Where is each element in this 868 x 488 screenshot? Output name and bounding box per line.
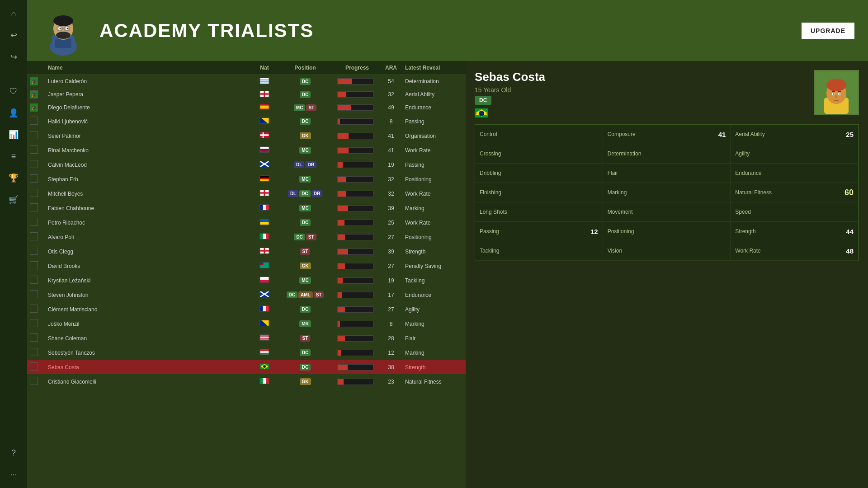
table-row[interactable]: 🎓Jasper PeperaDC32Aerial Ability	[27, 88, 466, 101]
table-row[interactable]: David BrooksGK27Penalty Saving	[27, 259, 466, 273]
svg-rect-43	[260, 234, 264, 239]
row-checkbox[interactable]	[30, 305, 38, 313]
row-checkbox[interactable]	[30, 203, 38, 211]
table-row[interactable]: 🎓Lutero CalderónDC54Determination	[27, 75, 466, 88]
sidebar-item-list[interactable]: ≡	[5, 147, 23, 165]
table-row[interactable]: Steven JohnstonDCAMLST17Endurance	[27, 288, 466, 302]
sidebar-item-home[interactable]: ⌂	[5, 5, 23, 23]
player-ara-cell: 17	[380, 288, 402, 302]
player-progress-cell	[335, 375, 380, 389]
row-checkbox[interactable]	[30, 160, 38, 168]
content-area: Name Nat Position Progress ARA Latest Re…	[27, 61, 868, 488]
player-ara-cell: 41	[380, 143, 402, 158]
row-checkbox[interactable]	[30, 276, 38, 284]
table-row[interactable]: Seier PakmorGK41Organisation	[27, 129, 466, 143]
row-checkbox[interactable]	[30, 377, 38, 385]
stat-label-work-rate: Work Rate	[735, 248, 760, 254]
player-position-cell: ST	[276, 244, 335, 259]
svg-rect-28	[260, 150, 269, 152]
sidebar-item-help[interactable]: ?	[5, 444, 23, 462]
sidebar-item-person[interactable]: 👤	[5, 104, 23, 122]
row-checkbox[interactable]: 🎓	[30, 77, 38, 85]
player-progress-cell	[335, 143, 380, 158]
player-position-cell: DLDR	[276, 158, 335, 172]
sidebar-item-cart[interactable]: 🛒	[5, 191, 23, 209]
table-row[interactable]: Rinal MarchenkoMC41Work Rate	[27, 143, 466, 158]
svg-rect-44	[263, 234, 266, 239]
table-row[interactable]: Fabien ChahbouneMC39Marking	[27, 201, 466, 216]
row-checkbox[interactable]	[30, 261, 38, 269]
table-row[interactable]: Calvin MacLeodDLDR19Passing	[27, 158, 466, 172]
sidebar-item-more[interactable]: ···	[5, 465, 23, 483]
table-row[interactable]: Petro RibachocDC25Work Rate	[27, 216, 466, 230]
stat-label-vision: Vision	[608, 248, 622, 254]
player-position-cell: MC	[276, 201, 335, 216]
table-row[interactable]: Stephan ErbMC32Positioning	[27, 172, 466, 187]
row-checkbox[interactable]	[30, 218, 38, 226]
stat-value-composure: 41	[718, 131, 726, 138]
table-row[interactable]: Mitchell BoyesDLDCDR32Work Rate	[27, 187, 466, 201]
stat-endurance: Endurance	[731, 164, 859, 183]
stat-label-aerial-ability: Aerial Ability	[735, 131, 764, 137]
sidebar-item-trophy[interactable]: 🏆	[5, 169, 23, 187]
player-position-cell: GK	[276, 259, 335, 273]
table-row[interactable]: Otis CleggST39Strength	[27, 244, 466, 259]
table-row[interactable]: Clément MatriscianoDC27Agility	[27, 302, 466, 317]
stat-label-long-shots: Long Shots	[480, 209, 507, 215]
table-row[interactable]: Sebestyén TanczosDC12Marking	[27, 346, 466, 360]
svg-rect-53	[260, 280, 269, 282]
player-ara-cell: 8	[380, 114, 402, 129]
table-row[interactable]: 🎓Diego DelafuenteMCST49Endurance	[27, 101, 466, 114]
row-checkbox[interactable]	[30, 174, 38, 183]
svg-point-5	[56, 32, 71, 39]
page-title-text: ACADEMY TRIALISTS	[99, 20, 314, 41]
player-reveal-cell: Endurance	[402, 288, 466, 302]
player-nat-cell	[253, 101, 276, 114]
svg-point-77	[479, 111, 484, 115]
stat-movement: Movement	[603, 202, 731, 222]
row-checkbox[interactable]	[30, 232, 38, 240]
svg-rect-73	[263, 378, 266, 384]
progress-bar	[337, 91, 373, 98]
row-checkbox[interactable]	[30, 333, 38, 342]
row-checkbox[interactable]	[30, 319, 38, 327]
sidebar-item-redo[interactable]: ↪	[5, 48, 23, 66]
sidebar-item-shield[interactable]: 🛡	[5, 82, 23, 100]
table-row[interactable]: Cristiano GiacomelliGK23Natural Fitness	[27, 375, 466, 389]
row-checkbox[interactable]	[30, 145, 38, 154]
player-nat-cell	[253, 375, 276, 389]
table-row[interactable]: Joško MenzilMR8Marking	[27, 317, 466, 331]
player-ara-cell: 23	[380, 375, 402, 389]
player-age: 15 Years Old	[475, 86, 545, 94]
stat-dribbling: Dribbling	[475, 164, 603, 183]
table-row[interactable]: Krystian LeżańskiMC19Tackling	[27, 273, 466, 288]
row-checkbox[interactable]	[30, 348, 38, 356]
row-checkbox[interactable]	[30, 117, 38, 125]
row-checkbox[interactable]	[30, 290, 38, 298]
row-checkbox[interactable]	[30, 362, 38, 371]
player-name-cell: Mitchell Boyes	[45, 187, 253, 201]
table-row[interactable]: Halid LjubenovićDC8Passing	[27, 114, 466, 129]
table-body: 🎓Lutero CalderónDC54Determination🎓Jasper…	[27, 75, 466, 389]
stat-label-flair: Flair	[608, 170, 618, 176]
svg-rect-74	[266, 378, 269, 384]
sidebar-item-undo[interactable]: ↩	[5, 26, 23, 44]
svg-rect-38	[260, 205, 264, 210]
svg-rect-65	[260, 339, 269, 340]
table-row[interactable]: Shane ColemanST28Flair	[27, 331, 466, 346]
row-checkbox[interactable]	[30, 247, 38, 255]
player-reveal-cell: Determination	[402, 75, 466, 88]
row-checkbox[interactable]	[30, 189, 38, 197]
upgrade-button[interactable]: UPGRADE	[802, 23, 854, 39]
player-progress-cell	[335, 259, 380, 273]
player-ara-cell: 39	[380, 244, 402, 259]
table-row[interactable]: Sebas CostaDC38Strength	[27, 360, 466, 375]
row-checkbox[interactable]	[30, 131, 38, 139]
player-nat-cell	[253, 143, 276, 158]
row-checkbox[interactable]: 🎓	[30, 90, 38, 99]
table-row[interactable]: Alvaro PoliDCST27Positioning	[27, 230, 466, 244]
sidebar-item-chart[interactable]: 📊	[5, 126, 23, 144]
page-header: ACADEMY TRIALISTS UPGRADE	[27, 0, 868, 61]
player-nat-cell	[253, 88, 276, 101]
row-checkbox[interactable]: 🎓	[30, 103, 38, 112]
